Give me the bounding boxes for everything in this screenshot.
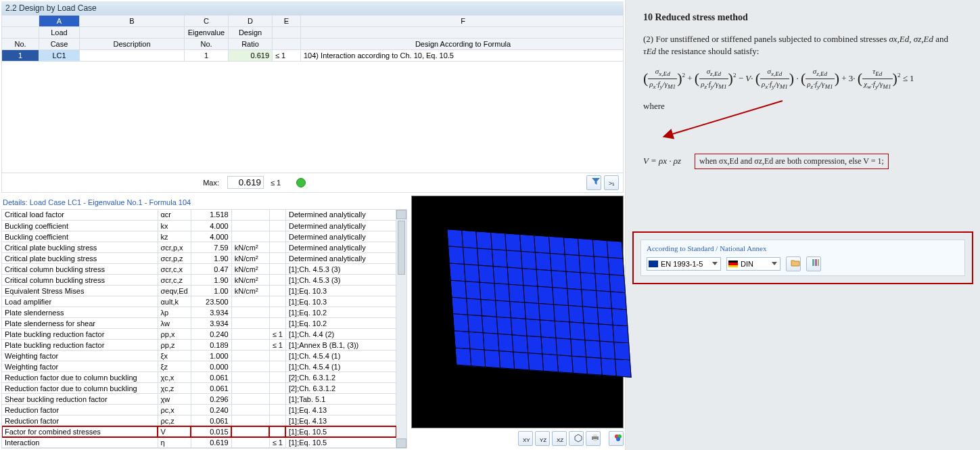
detail-row[interactable]: Critical load factorαcr1.518Determined a… — [2, 210, 406, 221]
detail-row[interactable]: Load amplifierαult,k23.500[1];Eq. 10.3 — [2, 296, 406, 307]
detail-unit — [231, 329, 269, 340]
detail-row[interactable]: Buckling coefficientkx4.000Determined an… — [2, 221, 406, 231]
detail-row[interactable]: Buckling coefficientkz4.000Determined an… — [2, 231, 406, 242]
scroll-thumb[interactable] — [398, 221, 405, 275]
detail-row[interactable]: Plate buckling reduction factorρp,x0.240… — [2, 329, 406, 340]
detail-row[interactable]: Critical column buckling stressσcr,c,z1.… — [2, 275, 406, 286]
scroll-up-icon[interactable] — [396, 210, 406, 219]
detail-row[interactable]: Weighting factorξx1.000[1];Ch. 4.5.4 (1) — [2, 351, 406, 361]
detail-le — [269, 361, 285, 372]
cell-desc[interactable] — [80, 50, 185, 62]
view-xz-button[interactable]: XZ — [552, 431, 567, 446]
detail-row[interactable]: Critical plate buckling stressσcr,p,z1.9… — [2, 253, 406, 264]
panel-title: 2.2 Design by Load Case — [1, 1, 624, 15]
detail-row[interactable]: Critical column buckling stressσcr,c,x0.… — [2, 264, 406, 275]
preview-viewport[interactable] — [411, 196, 624, 429]
library-button[interactable] — [806, 256, 821, 271]
formula-10-5: (σx,Edρx·fy/γM1)2 + (σz,Edρz·fy/γM1)2 − … — [643, 66, 962, 91]
details-grid[interactable]: Critical load factorαcr1.518Determined a… — [1, 209, 407, 449]
detail-le — [269, 351, 285, 361]
detail-row[interactable]: Reduction factor due to column bucklingχ… — [2, 383, 406, 394]
detail-note: Determined analytically — [285, 242, 396, 253]
detail-le — [269, 426, 285, 437]
detail-le — [269, 383, 285, 394]
detail-row[interactable]: Weighting factorξz0.000[1];Ch. 4.5.4 (1) — [2, 361, 406, 372]
standard-combo[interactable]: EN 1993-1-5 — [647, 257, 721, 271]
col-F[interactable]: F — [301, 16, 624, 27]
table-empty-area — [2, 62, 623, 173]
detail-le — [269, 231, 285, 242]
detail-symbol: kz — [158, 231, 191, 242]
cell-ratio[interactable]: 0.619 — [229, 50, 273, 62]
doc-excerpt: 10 Reduced stress method (2) For unstiff… — [632, 5, 973, 177]
detail-le — [269, 210, 285, 221]
svg-rect-8 — [815, 259, 817, 266]
detail-note: Determined analytically — [285, 221, 396, 231]
print-button[interactable] — [586, 431, 601, 446]
table-row[interactable]: 1 LC1 1 0.619 ≤ 1 104) Interaction accor… — [2, 50, 623, 62]
detail-row[interactable]: Reduction factorρc,z0.061[1];Eq. 4.13 — [2, 415, 406, 426]
detail-unit — [231, 415, 269, 426]
view-iso-button[interactable] — [569, 431, 584, 446]
detail-unit — [231, 307, 269, 318]
max-label: Max: — [2, 179, 223, 187]
detail-le — [269, 296, 285, 307]
detail-le — [269, 253, 285, 264]
cell-eig[interactable]: 1 — [185, 50, 229, 62]
detail-le: ≤ 1 — [269, 437, 285, 448]
cell-formula[interactable]: 104) Interaction according to Ch. 10, Eq… — [301, 50, 624, 62]
detail-symbol: σeqv,Ed — [158, 286, 191, 296]
col-D[interactable]: D — [229, 16, 273, 27]
detail-symbol: λp — [158, 307, 191, 318]
detail-le — [269, 394, 285, 405]
detail-unit: kN/cm² — [231, 286, 269, 296]
detail-unit: kN/cm² — [231, 253, 269, 264]
detail-value: 0.240 — [191, 405, 231, 415]
design-table[interactable]: A B C D E F Load Eigenvalue Design No. C… — [1, 15, 624, 173]
svg-rect-1 — [593, 434, 597, 436]
detail-note: [1];Ch. 4.5.3 (3) — [285, 264, 396, 275]
detail-row[interactable]: Critical plate buckling stressσcr,p,x7.5… — [2, 242, 406, 253]
detail-row[interactable]: Plate buckling reduction factorρp,z0.189… — [2, 340, 406, 351]
na-combo[interactable]: DIN — [726, 257, 780, 271]
hdr-le — [273, 39, 301, 50]
detail-row[interactable]: Shear buckling reduction factorχw0.296[1… — [2, 394, 406, 405]
exceed-only-button[interactable]: >₁ — [604, 175, 619, 190]
detail-row[interactable]: Plate slenderness for shearλw3.934[1];Eq… — [2, 318, 406, 329]
col-E[interactable]: E — [273, 16, 301, 27]
scroll-down-icon[interactable] — [396, 438, 406, 448]
view-yz-button[interactable]: YZ — [535, 431, 550, 446]
hdr-e-top — [273, 27, 301, 39]
detail-row[interactable]: Equivalent Stress Misesσeqv,Ed1.00kN/cm²… — [2, 286, 406, 296]
col-C[interactable]: C — [185, 16, 229, 27]
detail-row[interactable]: Reduction factorρc,x0.240[1];Eq. 4.13 — [2, 405, 406, 415]
cell-case[interactable]: LC1 — [39, 50, 80, 62]
detail-row[interactable]: Factor for combined stressesV0.015[1];Eq… — [2, 426, 406, 437]
detail-label: Critical plate buckling stress — [2, 242, 158, 253]
col-A[interactable]: A — [39, 16, 80, 27]
detail-unit — [231, 383, 269, 394]
max-input[interactable] — [227, 176, 264, 189]
filter-button[interactable] — [586, 175, 601, 190]
color-button[interactable] — [609, 431, 624, 446]
le1: ≤ 1 — [903, 72, 914, 83]
detail-value: 0.619 — [191, 437, 231, 448]
detail-row[interactable]: Interactionη0.619≤ 1[1];Eq. 10.5 — [2, 437, 406, 448]
detail-unit: kN/cm² — [231, 275, 269, 286]
detail-le — [269, 221, 285, 231]
scrollbar[interactable] — [396, 210, 406, 449]
detail-label: Plate slenderness for shear — [2, 318, 158, 329]
view-xy-button[interactable]: XY — [518, 431, 533, 446]
v-note-box: when σx,Ed and σz,Ed are both compressio… — [695, 154, 889, 169]
detail-row[interactable]: Plate slendernessλp3.934[1];Eq. 10.2 — [2, 307, 406, 318]
detail-symbol: kx — [158, 221, 191, 231]
cell-no[interactable]: 1 — [2, 50, 39, 62]
annex-title: According to Standard / National Annex — [647, 244, 959, 252]
detail-value: 1.00 — [191, 286, 231, 296]
detail-note: Determined analytically — [285, 231, 396, 242]
detail-value: 0.061 — [191, 383, 231, 394]
detail-note: [1];Annex B (B.1, (3)) — [285, 340, 396, 351]
detail-row[interactable]: Reduction factor due to column bucklingχ… — [2, 372, 406, 383]
open-folder-button[interactable] — [786, 256, 801, 271]
col-B[interactable]: B — [80, 16, 185, 27]
